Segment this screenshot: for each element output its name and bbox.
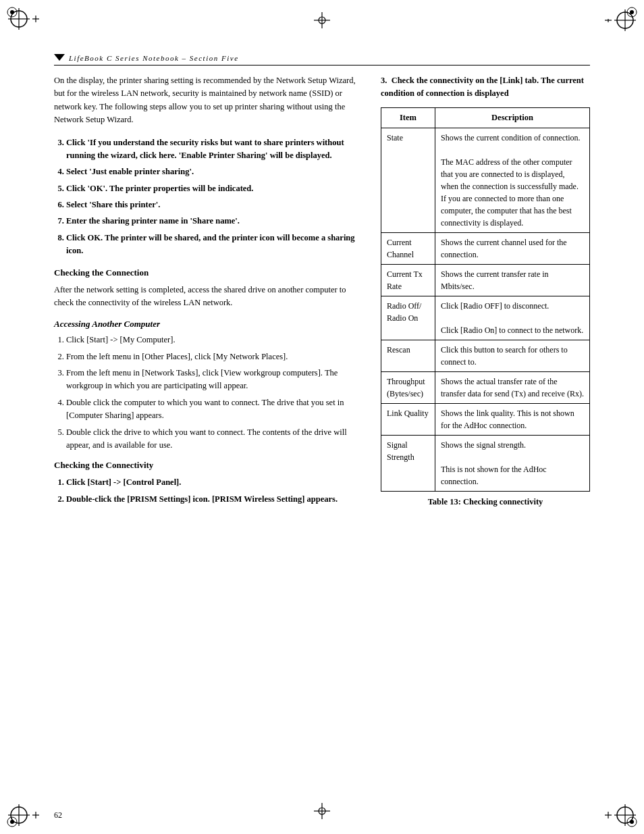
list-item: Double click the computer to which you w…	[66, 396, 360, 423]
connectivity-steps-list: Click [Start] -> [Control Panel]. Double…	[66, 476, 360, 506]
table-cell-description: Click [Radio OFF] to disconnect. Click […	[435, 296, 590, 340]
corner-decoration-tl	[5, 5, 46, 46]
two-column-layout: On the display, the printer sharing sett…	[54, 74, 590, 509]
list-item: Select 'Share this printer'.	[66, 199, 360, 211]
table-row: Link Quality Shows the link quality. Thi…	[381, 403, 590, 435]
numbered-steps-list: Click 'If you understand the security ri…	[66, 136, 360, 258]
header-title: LifeBook C Series Notebook – Section Fiv…	[69, 54, 239, 62]
table-cell-item: State	[381, 128, 435, 232]
list-item: Select 'Just enable printer sharing'.	[66, 165, 360, 178]
list-item: Click OK. The printer will be shared, an…	[66, 232, 360, 258]
table-header-row: Item Description	[381, 107, 590, 128]
table-cell-description: Shows the signal strength. This is not s…	[435, 435, 590, 491]
checking-connectivity-section: Checking the Connectivity Click [Start] …	[54, 460, 360, 506]
table-cell-description: Shows the actual transfer rate of the tr…	[435, 371, 590, 403]
list-item: Double-click the [PRISM Settings] icon. …	[66, 493, 360, 506]
list-item: Click 'OK'. The printer properties will …	[66, 182, 360, 195]
corner-decoration-bl	[5, 788, 46, 829]
accessing-another-section: Accessing Another Computer Click [Start]…	[54, 319, 360, 452]
accessing-steps-list: Click [Start] -> [My Computer]. From the…	[66, 334, 360, 452]
table-row: Current Tx Rate Shows the current transf…	[381, 264, 590, 296]
list-item: Click 'If you understand the security ri…	[66, 136, 360, 163]
left-column: On the display, the printer sharing sett…	[54, 74, 360, 509]
table-cell-description: Shows the current condition of connectio…	[435, 128, 590, 232]
table-cell-description: Shows the current transfer rate in Mbits…	[435, 264, 590, 296]
accessing-another-heading: Accessing Another Computer	[54, 319, 360, 330]
table-row: State Shows the current condition of con…	[381, 128, 590, 232]
list-item: Enter the sharing printer name in 'Share…	[66, 215, 360, 228]
table-row: Signal Strength Shows the signal strengt…	[381, 435, 590, 491]
bottom-center-marker	[314, 803, 330, 822]
header-arrow-icon	[54, 54, 65, 61]
checking-connection-heading: Checking the Connection	[54, 267, 360, 278]
table-cell-item: Rescan	[381, 340, 435, 371]
top-center-marker	[314, 12, 330, 31]
table-cell-description: Click this button to search for others t…	[435, 340, 590, 371]
list-item: From the left menu in [Other Places], cl…	[66, 350, 360, 363]
table-row: Rescan Click this button to search for o…	[381, 340, 590, 371]
table-row: Throughput (Bytes/sec) Shows the actual …	[381, 371, 590, 403]
table-cell-description: Shows the current channel used for the c…	[435, 232, 590, 264]
right-column: 3. Check the connectivity on the [Link] …	[381, 74, 590, 509]
main-content: On the display, the printer sharing sett…	[54, 74, 590, 793]
checking-connectivity-heading: Checking the Connectivity	[54, 460, 360, 471]
table-row: Radio Off/ Radio On Click [Radio OFF] to…	[381, 296, 590, 340]
page: LifeBook C Series Notebook – Section Fiv…	[0, 0, 644, 834]
list-item: Click [Start] -> [Control Panel].	[66, 476, 360, 489]
table-cell-item: Throughput (Bytes/sec)	[381, 371, 435, 403]
table-caption: Table 13: Checking connectivity	[381, 497, 590, 507]
table-cell-item: Link Quality	[381, 403, 435, 435]
table-cell-item: Signal Strength	[381, 435, 435, 491]
page-number: 62	[54, 810, 62, 820]
checking-connection-section: Checking the Connection After the networ…	[54, 267, 360, 310]
table-cell-item: Radio Off/ Radio On	[381, 296, 435, 340]
list-item: From the left menu in [Network Tasks], c…	[66, 367, 360, 393]
table-cell-item: Current Tx Rate	[381, 264, 435, 296]
list-item: Click [Start] -> [My Computer].	[66, 334, 360, 346]
checking-connection-body: After the network setting is completed, …	[54, 284, 360, 310]
table-row: Current Channel Shows the current channe…	[381, 232, 590, 264]
table-header-item: Item	[381, 107, 435, 128]
table-header-description: Description	[435, 107, 590, 128]
svg-point-6	[10, 10, 14, 14]
intro-paragraph: On the display, the printer sharing sett…	[54, 74, 360, 127]
corner-decoration-br	[598, 788, 639, 829]
list-item: Double click the drive to which you want…	[66, 426, 360, 452]
corner-decoration-tr	[598, 5, 639, 46]
table-cell-description: Shows the link quality. This is not show…	[435, 403, 590, 435]
page-header: LifeBook C Series Notebook – Section Fiv…	[54, 54, 590, 66]
right-intro-text: 3. Check the connectivity on the [Link] …	[381, 74, 590, 101]
connectivity-table: Item Description State Shows the current…	[381, 107, 590, 492]
table-cell-item: Current Channel	[381, 232, 435, 264]
